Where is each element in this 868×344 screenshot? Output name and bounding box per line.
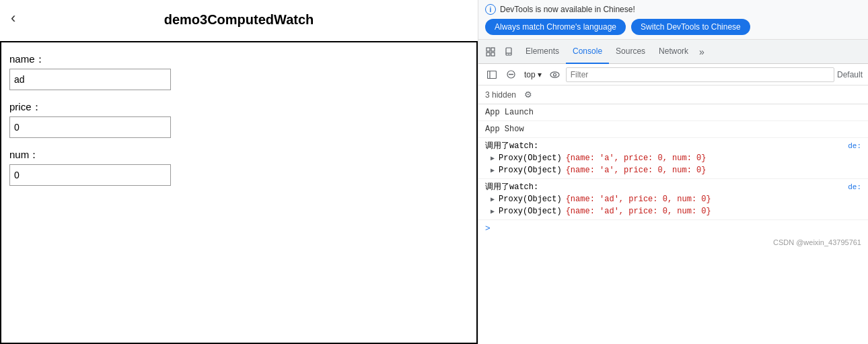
proxy-label-1-2: Proxy(Object) [499, 164, 562, 176]
filter-input[interactable] [566, 67, 834, 82]
tab-network[interactable]: Network [652, 40, 695, 64]
sidebar-toggle-icon[interactable] [484, 67, 500, 83]
svg-point-6 [508, 53, 509, 54]
lang-notification-bar: i DevTools is now available in Chinese! … [478, 0, 868, 40]
hidden-bar: 3 hidden ⚙ [478, 85, 868, 104]
default-label: Default [837, 70, 863, 79]
num-input[interactable] [9, 164, 171, 186]
csdn-credit: CSDN @weixin_43795761 [478, 236, 868, 249]
log-app-launch: App Launch [478, 104, 868, 121]
page-title: demo3ComputedWatch [0, 0, 478, 36]
proxy-label-1-1: Proxy(Object) [499, 152, 562, 164]
proxy-expand-icon-2-1[interactable]: ▶ [491, 195, 495, 205]
log-app-show: App Show [478, 121, 868, 138]
lang-notice: i DevTools is now available in Chinese! [485, 4, 861, 15]
proxy-row-1-2: ▶ Proxy(Object) {name: 'a', price: 0, nu… [485, 164, 861, 176]
proxy-label-2-1: Proxy(Object) [499, 193, 562, 205]
tab-console[interactable]: Console [566, 40, 609, 64]
info-icon: i [485, 4, 496, 15]
svg-rect-1 [491, 48, 495, 51]
lang-notice-text: DevTools is now available in Chinese! [500, 5, 635, 14]
price-label: price： [9, 101, 468, 114]
watch-link-1[interactable]: de: [848, 141, 861, 152]
num-label: num： [9, 149, 468, 162]
context-dropdown-icon: ▾ [538, 70, 542, 79]
proxy-detail-2-2: {name: 'ad', price: 0, num: 0} [566, 205, 711, 217]
proxy-detail-1-1: {name: 'a', price: 0, num: 0} [566, 152, 707, 164]
svg-rect-2 [486, 53, 490, 56]
settings-icon[interactable]: ⚙ [521, 88, 535, 102]
context-selector[interactable]: top ▾ [521, 69, 544, 81]
tab-sources[interactable]: Sources [609, 40, 652, 64]
name-group: name： [9, 53, 468, 90]
devtools-panel: i DevTools is now available in Chinese! … [478, 0, 868, 344]
log-text-app-launch: App Launch [485, 108, 534, 117]
tab-more[interactable]: » [695, 46, 709, 57]
proxy-detail-2-1: {name: 'ad', price: 0, num: 0} [566, 193, 711, 205]
proxy-row-2-1: ▶ Proxy(Object) {name: 'ad', price: 0, n… [485, 193, 861, 205]
switch-to-chinese-button[interactable]: Switch DevTools to Chinese [631, 19, 750, 35]
svg-point-12 [554, 73, 556, 76]
hidden-count: 3 hidden [485, 90, 516, 100]
proxy-label-2-2: Proxy(Object) [499, 205, 562, 217]
watch-header-1: 调用了watch: de: [485, 140, 861, 152]
num-group: num： [9, 149, 468, 186]
log-watch-2: 调用了watch: de: ▶ Proxy(Object) {name: 'ad… [478, 179, 868, 220]
console-log-area: App Launch App Show 调用了watch: de: ▶ Prox… [478, 104, 868, 344]
watch-text-1: 调用了watch: [485, 140, 538, 152]
name-input[interactable] [9, 69, 171, 90]
back-button[interactable]: ‹ [11, 11, 15, 26]
name-label: name： [9, 53, 468, 66]
proxy-expand-icon-1-2[interactable]: ▶ [491, 166, 495, 176]
proxy-row-1-1: ▶ Proxy(Object) {name: 'a', price: 0, nu… [485, 152, 861, 164]
svg-rect-3 [491, 53, 495, 56]
device-toggle-icon[interactable] [500, 42, 519, 61]
svg-rect-0 [486, 48, 490, 51]
svg-point-11 [550, 71, 559, 77]
svg-rect-7 [488, 71, 497, 78]
proxy-expand-icon-2-2[interactable]: ▶ [491, 207, 495, 217]
console-prompt[interactable]: > [478, 220, 868, 236]
match-language-button[interactable]: Always match Chrome's language [485, 19, 626, 35]
log-text-app-show: App Show [485, 125, 524, 134]
proxy-expand-icon-1-1[interactable]: ▶ [491, 153, 495, 164]
proxy-row-2-2: ▶ Proxy(Object) {name: 'ad', price: 0, n… [485, 205, 861, 217]
inspect-element-icon[interactable] [481, 42, 500, 61]
log-watch-1: 调用了watch: de: ▶ Proxy(Object) {name: 'a'… [478, 138, 868, 179]
devtools-tab-bar: Elements Console Sources Network » [478, 40, 868, 64]
price-input[interactable] [9, 116, 171, 138]
form-area: name： price： num： [0, 41, 478, 344]
watch-text-2: 调用了watch: [485, 181, 538, 193]
watch-link-2[interactable]: de: [848, 182, 861, 193]
console-toolbar: top ▾ Default [478, 64, 868, 85]
app-panel: ‹ demo3ComputedWatch name： price： num： [0, 0, 478, 344]
clear-console-icon[interactable] [503, 67, 519, 83]
tab-elements[interactable]: Elements [519, 40, 566, 64]
lang-buttons: Always match Chrome's language Switch De… [485, 19, 861, 35]
proxy-detail-1-2: {name: 'a', price: 0, num: 0} [566, 164, 707, 176]
watch-header-2: 调用了watch: de: [485, 181, 861, 193]
eye-icon[interactable] [547, 67, 563, 83]
price-group: price： [9, 101, 468, 138]
top-label: top [524, 70, 536, 79]
